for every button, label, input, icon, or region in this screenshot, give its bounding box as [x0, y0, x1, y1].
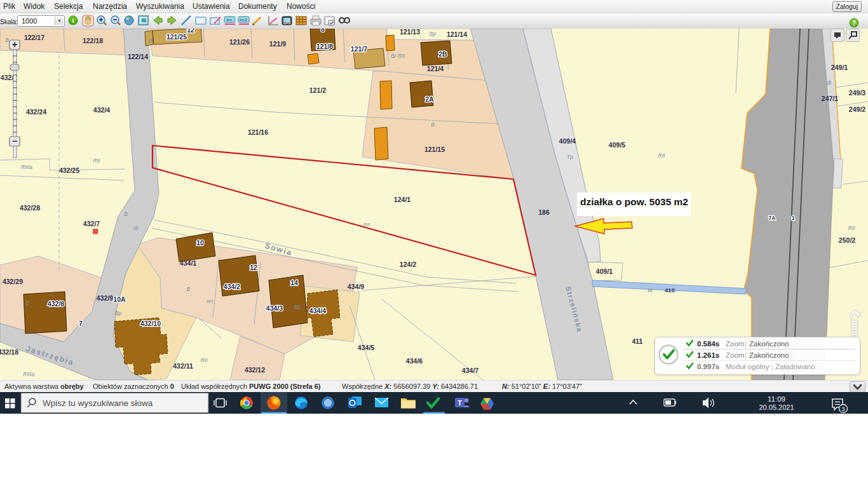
- svg-text:RII: RII: [93, 158, 101, 164]
- svg-text:432/29: 432/29: [3, 278, 23, 285]
- svg-text:Zoom: Zoom: [726, 351, 744, 359]
- svg-text:0.997s: 0.997s: [697, 363, 719, 370]
- svg-text:121/7: 121/7: [351, 45, 367, 53]
- svg-text:T: T: [458, 399, 462, 407]
- svg-text:434/2: 434/2: [224, 283, 240, 290]
- svg-text:10: 10: [196, 239, 204, 247]
- svg-text:RII: RII: [658, 152, 666, 159]
- svg-text:121/14: 121/14: [447, 30, 467, 38]
- svg-text:B: B: [25, 300, 29, 306]
- svg-text:432/8: 432/8: [48, 300, 64, 308]
- svg-text:B: B: [186, 286, 190, 292]
- svg-text:434/9: 434/9: [348, 283, 364, 290]
- svg-text:432/11: 432/11: [173, 362, 193, 370]
- svg-text:B: B: [149, 37, 153, 44]
- svg-text:121/15: 121/15: [424, 146, 445, 153]
- svg-text:Wpisz tu wyszukiwane słowa: Wpisz tu wyszukiwane słowa: [43, 398, 153, 408]
- svg-text:Bp: Bp: [430, 30, 437, 37]
- svg-text:|: |: [771, 363, 773, 370]
- svg-text:2A: 2A: [425, 95, 434, 103]
- svg-text:12: 12: [187, 29, 194, 34]
- svg-text:?: ?: [852, 20, 856, 27]
- svg-text:Zoom: Zoom: [726, 340, 744, 348]
- svg-text:Bp: Bp: [115, 310, 122, 316]
- svg-text:121/16: 121/16: [248, 128, 268, 136]
- svg-text:121/8: 121/8: [316, 43, 333, 50]
- svg-text:1: 1: [792, 215, 795, 221]
- svg-text:20.05.2021: 20.05.2021: [759, 403, 794, 411]
- svg-text:+: +: [12, 39, 17, 50]
- svg-text:250/2: 250/2: [839, 236, 855, 244]
- svg-text:1.261s: 1.261s: [697, 351, 719, 359]
- svg-text:432/12: 432/12: [245, 366, 265, 374]
- svg-text:434/6: 434/6: [406, 357, 423, 365]
- svg-text:|: |: [745, 340, 747, 348]
- svg-text:RIIIa: RIIIa: [23, 371, 34, 377]
- svg-text:434/3: 434/3: [266, 304, 283, 312]
- svg-text:2B: 2B: [438, 50, 447, 58]
- svg-text:121/26: 121/26: [229, 38, 250, 46]
- svg-text:8: 8: [321, 29, 325, 33]
- svg-text:186: 186: [538, 208, 550, 216]
- svg-text:124/2: 124/2: [400, 261, 416, 268]
- svg-text:409/5: 409/5: [609, 141, 625, 149]
- svg-text:7: 7: [79, 320, 83, 327]
- svg-text:Zakończono: Zakończono: [749, 351, 789, 359]
- svg-text:432/9: 432/9: [97, 294, 113, 302]
- svg-text:249/2: 249/2: [849, 105, 865, 113]
- svg-text:Moduł ogólny: Moduł ogólny: [726, 363, 770, 370]
- svg-text:121/25: 121/25: [166, 33, 187, 41]
- svg-text:432/10: 432/10: [140, 320, 161, 327]
- svg-text:dr: dr: [133, 225, 139, 231]
- svg-text:12: 12: [250, 264, 257, 271]
- svg-text:RII: RII: [207, 299, 214, 304]
- svg-text:km: km: [227, 18, 232, 22]
- svg-text:11:09: 11:09: [768, 395, 785, 403]
- svg-text:432/4: 432/4: [93, 106, 110, 114]
- svg-text:122/18: 122/18: [83, 37, 103, 44]
- svg-text:434/1: 434/1: [180, 259, 196, 267]
- svg-text:−: −: [12, 136, 17, 146]
- svg-text:121/4: 121/4: [427, 65, 444, 72]
- svg-text:W: W: [648, 287, 653, 294]
- svg-text:B: B: [431, 121, 435, 128]
- svg-text:247/1: 247/1: [822, 95, 838, 102]
- svg-text:14: 14: [290, 279, 298, 287]
- svg-text:Załadowano: Załadowano: [775, 363, 815, 370]
- svg-text:B: B: [124, 211, 128, 217]
- svg-text:432/7: 432/7: [83, 220, 100, 227]
- svg-text:249/1: 249/1: [831, 64, 848, 71]
- svg-text:124/1: 124/1: [394, 196, 410, 203]
- svg-text:410: 410: [665, 287, 675, 294]
- svg-text:RII: RII: [848, 225, 856, 231]
- svg-text:Zakończono: Zakończono: [749, 340, 789, 348]
- svg-text:|: |: [745, 351, 747, 359]
- svg-text:432/25: 432/25: [59, 166, 79, 174]
- svg-text:RII: RII: [363, 222, 370, 227]
- svg-text:121/13: 121/13: [400, 29, 420, 36]
- svg-text:434/5: 434/5: [358, 344, 374, 351]
- svg-text:7A: 7A: [769, 215, 776, 221]
- svg-text:działka o pow. 5035 m2: działka o pow. 5035 m2: [580, 196, 688, 207]
- svg-text:dr: dr: [827, 79, 832, 86]
- svg-text:121/2: 121/2: [309, 86, 326, 94]
- svg-text:10A: 10A: [113, 295, 126, 303]
- svg-text:GPS: GPS: [283, 21, 291, 25]
- svg-text:122/14: 122/14: [128, 53, 148, 60]
- svg-text:434/7: 434/7: [462, 367, 478, 374]
- svg-text:411: 411: [632, 337, 643, 345]
- svg-text:Br-RII: Br-RII: [391, 53, 405, 59]
- svg-text:Tp: Tp: [567, 154, 573, 160]
- svg-text:0.584s: 0.584s: [697, 340, 719, 348]
- svg-text:km2: km2: [240, 18, 247, 22]
- svg-text:409/4: 409/4: [559, 137, 576, 145]
- svg-text:434/4: 434/4: [309, 307, 326, 315]
- svg-text:RII: RII: [201, 357, 208, 363]
- svg-text:432/28: 432/28: [20, 204, 40, 212]
- svg-text:Bp: Bp: [294, 304, 301, 310]
- svg-text:432/18: 432/18: [0, 348, 18, 356]
- svg-text:121/9: 121/9: [269, 40, 286, 48]
- svg-text:3: 3: [841, 405, 844, 412]
- svg-text:409/1: 409/1: [596, 268, 613, 275]
- svg-text:i: i: [72, 17, 74, 24]
